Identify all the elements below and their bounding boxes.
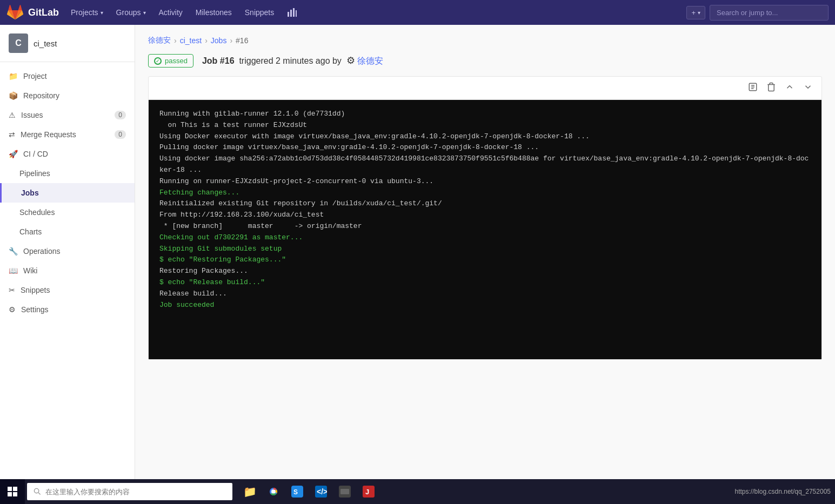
sidebar-item-merge-requests[interactable]: ⇄ Merge Requests 0 — [0, 125, 135, 144]
sidebar-project-avatar: C — [9, 33, 28, 53]
terminal-line: on This is a test runner EJXzdsUt — [159, 120, 811, 131]
project-icon: 📁 — [9, 72, 18, 80]
topnav-plus-button[interactable]: + ▾ — [686, 6, 705, 19]
sidebar-item-jobs[interactable]: Jobs — [0, 183, 135, 203]
sidebar-item-repository[interactable]: 📦 Repository — [0, 86, 135, 105]
terminal-line: Pulling docker image virtuex/base_java_e… — [159, 142, 811, 153]
sidebar-item-issues[interactable]: ⚠ Issues 0 — [0, 105, 135, 125]
chevron-down-icon: ▾ — [143, 10, 146, 16]
svg-point-17 — [271, 489, 276, 494]
topnav-activity[interactable]: Activity — [153, 0, 188, 25]
breadcrumb-sep: › — [205, 36, 208, 45]
breadcrumb-user[interactable]: 徐德安 — [148, 36, 171, 45]
breadcrumb-project[interactable]: ci_test — [180, 36, 202, 45]
sidebar-item-operations[interactable]: 🔧 Operations — [0, 241, 135, 261]
taskbar-app-app4[interactable]: J — [358, 481, 379, 502]
terminal-line: Running with gitlab-runner 12.1.0 (de773… — [159, 109, 811, 120]
topnav-search-input[interactable] — [710, 5, 829, 21]
sidebar-item-pipelines[interactable]: Pipelines — [0, 164, 135, 183]
breadcrumb-sep: › — [230, 36, 232, 45]
sidebar-item-project[interactable]: 📁 Project — [0, 66, 135, 86]
terminal-line: Using docker image sha256:a72abb1c0d753d… — [159, 153, 811, 176]
svg-text:</>: </> — [317, 487, 327, 496]
svg-rect-3 — [296, 10, 297, 17]
taskbar-search-input[interactable] — [45, 488, 226, 496]
svg-rect-13 — [13, 492, 17, 496]
topnav-logo[interactable]: GitLab — [6, 4, 59, 21]
terminal-top-btn[interactable] — [783, 81, 797, 95]
job-title: Job #16 triggered 2 minutes ago by ⚙ 徐德安 — [202, 55, 383, 67]
taskbar-app-app2[interactable]: S — [286, 481, 308, 502]
sidebar-item-wiki[interactable]: 📖 Wiki — [0, 261, 135, 280]
taskbar-url: https://blog.csdn.net/qq_2752005 — [735, 488, 835, 495]
sidebar-project-name: ci_test — [34, 39, 57, 48]
topnav-actions: + ▾ — [686, 5, 829, 21]
settings-icon: ⚙ — [9, 305, 16, 314]
chevron-down-icon: ▾ — [698, 10, 700, 16]
passed-icon: ✓ — [154, 57, 162, 65]
repository-icon: 📦 — [9, 91, 18, 100]
topnav-chart-icon[interactable] — [282, 0, 302, 25]
sidebar-item-settings[interactable]: ⚙ Settings — [0, 300, 135, 319]
sidebar-item-cicd[interactable]: 🚀 CI / CD — [0, 144, 135, 164]
topnav-projects[interactable]: Projects ▾ — [65, 0, 109, 25]
issues-icon: ⚠ — [9, 111, 16, 119]
terminal-line: Fetching changes... — [159, 187, 811, 199]
cicd-icon: 🚀 — [9, 150, 18, 158]
terminal-line: Running on runner-EJXzdsUt-project-2-con… — [159, 176, 811, 187]
main-content: 徐德安 › ci_test › Jobs › #16 ✓ passed Job … — [135, 25, 835, 504]
issues-badge: 0 — [115, 111, 126, 119]
terminal-raw-btn[interactable] — [746, 81, 760, 95]
taskbar-app-explorer[interactable]: 📁 — [239, 481, 260, 502]
terminal-line: Using Docker executor with image virtuex… — [159, 131, 811, 143]
terminal-line: $ echo "Release build..." — [159, 277, 811, 288]
terminal-output: Running with gitlab-runner 12.1.0 (de773… — [149, 100, 821, 359]
svg-rect-11 — [13, 487, 17, 491]
sidebar-item-charts[interactable]: Charts — [0, 222, 135, 241]
svg-text:J: J — [365, 488, 369, 496]
svg-point-14 — [34, 488, 38, 493]
terminal-toolbar — [149, 77, 821, 100]
svg-line-15 — [38, 493, 41, 495]
taskbar-apps: 📁 S </> J — [235, 481, 384, 502]
taskbar-start-button[interactable] — [0, 479, 25, 504]
sidebar-nav: 📁 Project 📦 Repository ⚠ Issues 0 ⇄ Merg… — [0, 62, 135, 482]
job-user[interactable]: 徐德安 — [357, 56, 383, 65]
terminal-line: Reinitialized existing Git repository in… — [159, 198, 811, 210]
merge-requests-badge: 0 — [115, 130, 126, 139]
operations-icon: 🔧 — [9, 247, 18, 256]
breadcrumb-jobs[interactable]: Jobs — [211, 36, 227, 45]
terminal-line: Skipping Git submodules setup — [159, 244, 811, 255]
sidebar-item-schedules[interactable]: Schedules — [0, 203, 135, 222]
terminal-line: Checking out d7302291 as master... — [159, 232, 811, 244]
topnav-logo-text: GitLab — [28, 7, 59, 18]
svg-rect-0 — [288, 12, 289, 17]
topnav-snippets[interactable]: Snippets — [239, 0, 279, 25]
sidebar-project[interactable]: C ci_test — [0, 25, 135, 62]
taskbar-app-vscode[interactable]: </> — [310, 481, 332, 502]
terminal-line: Restoring Packages... — [159, 266, 811, 277]
cicd-subnav: Pipelines Jobs Schedules Charts — [0, 164, 135, 241]
breadcrumb-sep: › — [174, 36, 177, 45]
sidebar: C ci_test 📁 Project 📦 Repository ⚠ Issue… — [0, 25, 135, 504]
merge-requests-icon: ⇄ — [9, 130, 15, 139]
sidebar-item-snippets[interactable]: ✂ Snippets — [0, 280, 135, 300]
terminal-line: Job succeeded — [159, 300, 811, 311]
topnav-milestones[interactable]: Milestones — [190, 0, 237, 25]
taskbar-app-app3[interactable] — [334, 481, 356, 502]
svg-rect-10 — [8, 487, 12, 491]
svg-rect-1 — [290, 10, 292, 17]
terminal-line: $ echo "Restoring Packages..." — [159, 254, 811, 266]
terminal-erase-btn[interactable] — [764, 81, 778, 95]
taskbar-app-chrome[interactable] — [263, 481, 284, 502]
svg-rect-12 — [8, 492, 12, 496]
job-header: ✓ passed Job #16 triggered 2 minutes ago… — [148, 54, 822, 68]
taskbar: 📁 S </> J https://blog.csdn.net/qq_27520… — [0, 479, 835, 504]
status-badge: ✓ passed — [148, 54, 193, 68]
terminal-bottom-btn[interactable] — [801, 81, 815, 95]
wiki-icon: 📖 — [9, 266, 18, 275]
terminal-line: * [new branch] master -> origin/master — [159, 221, 811, 232]
svg-rect-2 — [293, 8, 295, 17]
topnav-groups[interactable]: Groups ▾ — [111, 0, 151, 25]
svg-rect-23 — [340, 489, 349, 494]
